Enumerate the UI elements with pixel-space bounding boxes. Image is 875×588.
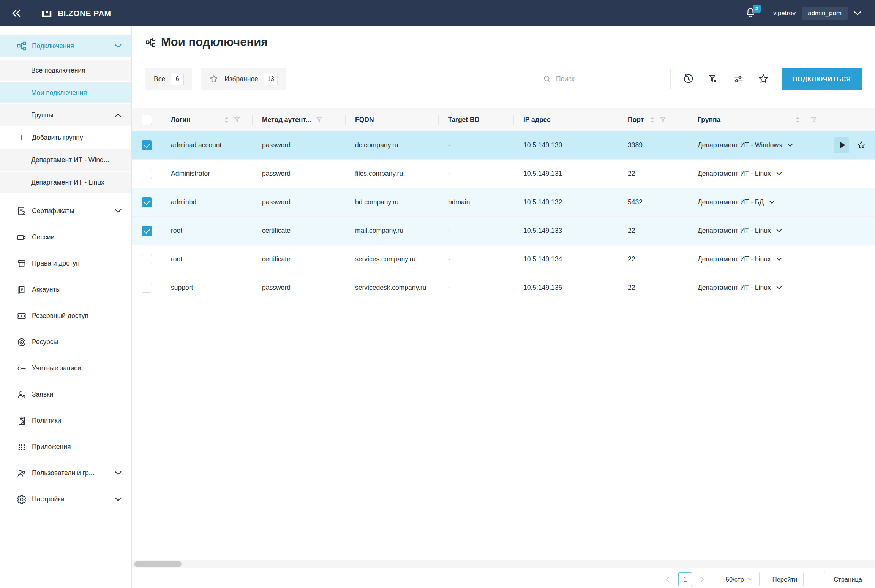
- chevron-down-icon: [115, 44, 122, 48]
- row-checkbox[interactable]: [142, 197, 152, 207]
- cell-login: root: [171, 255, 262, 263]
- cell-target-bd: -: [448, 227, 523, 235]
- favorites-count-badge: 13: [264, 73, 278, 85]
- star-icon: [209, 74, 219, 84]
- next-page-icon[interactable]: [698, 575, 707, 584]
- sidebar-item-group-it-windows[interactable]: Департамент ИТ - Wind...: [0, 149, 131, 171]
- group-dropdown-chevron-icon[interactable]: [769, 201, 775, 204]
- sidebar-item-applications[interactable]: Приложения: [0, 434, 131, 460]
- page-number-button[interactable]: 1: [678, 572, 692, 586]
- sort-icon[interactable]: [650, 117, 655, 123]
- history-icon[interactable]: [682, 73, 694, 85]
- row-checkbox[interactable]: [142, 140, 152, 150]
- sidebar-item-connections[interactable]: Подключения: [0, 35, 131, 57]
- sidebar-item-add-group[interactable]: + Добавить группу: [0, 127, 131, 148]
- connect-button[interactable]: ПОДКЛЮЧИТЬСЯ: [782, 68, 862, 90]
- notifications-bell-icon[interactable]: 2: [745, 7, 758, 20]
- cell-port: 22: [628, 170, 698, 178]
- sidebar-item-reserve-access[interactable]: Резервный доступ: [0, 303, 131, 329]
- chevron-down-icon: [115, 471, 122, 475]
- filter-icon[interactable]: [811, 117, 817, 123]
- scrollbar-thumb[interactable]: [134, 561, 182, 567]
- cell-target-bd: bdmain: [448, 198, 523, 206]
- sidebar-item-my-connections[interactable]: Мои подключения: [0, 82, 131, 103]
- cell-fqdn: services.company.ru: [355, 255, 448, 263]
- cell-auth-method: password: [262, 198, 355, 206]
- favorite-star-icon[interactable]: [757, 73, 769, 85]
- chevron-down-icon: [115, 497, 122, 501]
- page-label: Страница: [834, 576, 862, 583]
- person-plus-icon: [17, 390, 27, 400]
- goto-page-input[interactable]: [803, 572, 825, 586]
- user-menu-chevron-icon[interactable]: [854, 11, 861, 16]
- horizontal-scrollbar[interactable]: [132, 560, 875, 568]
- goto-label: Перейти: [772, 576, 797, 583]
- document-list-icon: [17, 285, 27, 295]
- row-checkbox[interactable]: [142, 226, 152, 236]
- sidebar-item-policies[interactable]: Политики: [0, 408, 131, 434]
- row-checkbox[interactable]: [142, 254, 152, 264]
- sidebar-item-sessions[interactable]: Сессии: [0, 224, 131, 250]
- sort-icon[interactable]: [795, 117, 800, 123]
- group-dropdown-chevron-icon[interactable]: [776, 172, 782, 175]
- connections-icon: [145, 37, 156, 47]
- group-dropdown-chevron-icon[interactable]: [776, 229, 782, 232]
- cell-target-bd: -: [448, 170, 523, 178]
- table-row[interactable]: adminad account password dc.company.ru -…: [132, 131, 875, 160]
- cell-auth-method: certificate: [262, 227, 355, 235]
- document-person-icon: [17, 416, 27, 426]
- sidebar-item-accounts[interactable]: Аккаунты: [0, 277, 131, 303]
- sidebar-item-requests[interactable]: Заявки: [0, 381, 131, 408]
- cell-login: adminad account: [171, 141, 262, 149]
- sidebar-item-resources[interactable]: Ресурсы: [0, 329, 131, 355]
- connect-play-button[interactable]: [834, 137, 849, 153]
- sort-icon[interactable]: [224, 117, 229, 123]
- search-input[interactable]: [556, 75, 652, 83]
- cell-target-bd: -: [448, 141, 523, 149]
- gear-icon: [17, 495, 27, 504]
- sidebar-item-certificates[interactable]: Сертификаты: [0, 198, 131, 224]
- sidebar-item-groups[interactable]: Группы: [0, 104, 131, 126]
- group-dropdown-chevron-icon[interactable]: [776, 286, 782, 289]
- table-row[interactable]: root certificate services.company.ru - 1…: [132, 245, 875, 273]
- row-checkbox[interactable]: [142, 169, 152, 179]
- page-size-select[interactable]: 50/стр: [719, 572, 760, 586]
- connections-table: Логин Метод аутент... FQDN Target BD IP …: [132, 108, 875, 302]
- filter-icon[interactable]: [316, 117, 322, 123]
- row-checkbox[interactable]: [142, 283, 152, 293]
- settings-sliders-icon[interactable]: [732, 73, 744, 85]
- chevron-up-icon: [115, 113, 122, 117]
- bizone-logo-icon: [41, 8, 52, 19]
- filter-chip-all[interactable]: Все 6: [145, 68, 192, 90]
- clear-filters-icon[interactable]: [707, 73, 719, 85]
- filter-chip-favorites[interactable]: Избранное 13: [201, 68, 286, 90]
- filter-icon[interactable]: [660, 117, 666, 123]
- sidebar-item-all-connections[interactable]: Все подключения: [0, 60, 131, 81]
- sidebar-item-rights-access[interactable]: Права и доступ: [0, 250, 131, 277]
- select-all-checkbox[interactable]: [142, 115, 152, 125]
- cell-ip: 10.5.149.133: [523, 227, 628, 235]
- favorite-star-icon[interactable]: [857, 141, 866, 150]
- table-row[interactable]: Administrator password files.company.ru …: [132, 160, 875, 188]
- cell-auth-method: password: [262, 284, 355, 292]
- table-row[interactable]: support password servicedesk.company.ru …: [132, 273, 875, 302]
- ticket-star-icon: [17, 311, 27, 321]
- all-count-badge: 6: [171, 73, 184, 85]
- role-selector[interactable]: admin_pam: [802, 7, 848, 20]
- filter-icon[interactable]: [234, 117, 240, 123]
- target-icon: [17, 337, 27, 347]
- sidebar-item-credentials[interactable]: Учетные записи: [0, 355, 131, 381]
- cell-ip: 10.5.149.130: [523, 141, 628, 149]
- apps-grid-icon: [17, 442, 27, 452]
- cell-port: 5432: [628, 198, 698, 206]
- group-dropdown-chevron-icon[interactable]: [787, 144, 793, 147]
- table-row[interactable]: adminbd password bd.company.ru bdmain 10…: [132, 188, 875, 217]
- table-row[interactable]: root certificate mail.company.ru - 10.5.…: [132, 217, 875, 245]
- cell-port: 22: [628, 255, 698, 263]
- group-dropdown-chevron-icon[interactable]: [776, 258, 782, 261]
- sidebar-item-settings[interactable]: Настройки: [0, 486, 131, 512]
- sidebar-item-users-groups[interactable]: Пользователи и гр...: [0, 460, 131, 486]
- sidebar-collapse-icon[interactable]: [10, 7, 23, 20]
- prev-page-icon[interactable]: [663, 575, 672, 584]
- sidebar-item-group-it-linux[interactable]: Департамент ИТ - Linux: [0, 172, 131, 193]
